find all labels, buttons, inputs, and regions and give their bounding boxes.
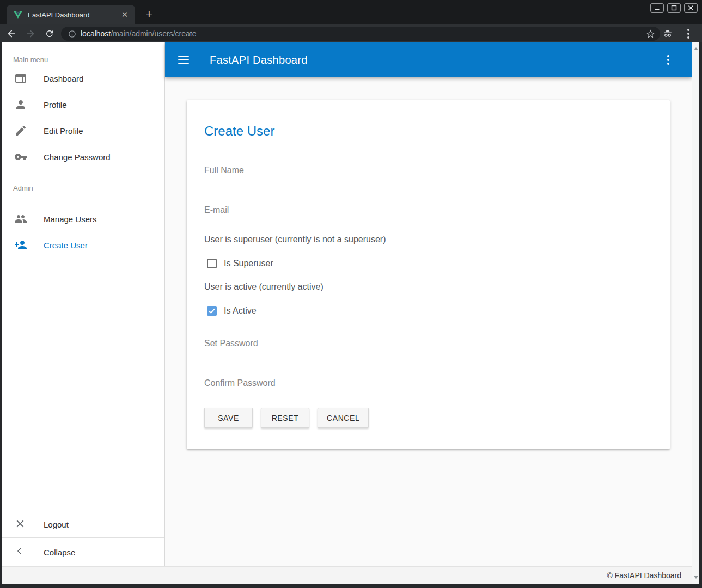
cancel-button[interactable]: CANCEL xyxy=(318,408,369,428)
confirm-password-input[interactable] xyxy=(204,378,652,394)
set-password-input[interactable] xyxy=(204,339,652,354)
main-content: Create User User is superuser (currently… xyxy=(165,77,692,566)
app-menu-icon[interactable] xyxy=(661,53,675,67)
sidebar-item-edit-profile[interactable]: Edit Profile xyxy=(2,118,164,144)
email-input[interactable] xyxy=(204,205,652,221)
is-active-checkbox-row[interactable]: Is Active xyxy=(204,306,652,316)
incognito-icon xyxy=(662,28,674,39)
main-menu-section-label: Main menu xyxy=(2,42,164,65)
url-text: localhost/main/admin/users/create xyxy=(81,29,645,38)
sidebar-item-collapse[interactable]: Collapse xyxy=(2,538,164,566)
set-password-field-wrap xyxy=(204,339,652,354)
url-path: /main/admin/users/create xyxy=(111,29,196,38)
maximize-button[interactable] xyxy=(667,3,681,13)
is-active-checkbox[interactable] xyxy=(207,306,217,316)
is-active-label: Is Active xyxy=(224,306,257,316)
vue-favicon xyxy=(14,11,22,19)
hamburger-menu-icon[interactable] xyxy=(178,53,192,67)
tab-title: FastAPI Dashboard xyxy=(28,11,120,19)
email-field-wrap xyxy=(204,205,652,221)
reload-button[interactable] xyxy=(42,26,57,41)
sidebar-item-label: Collapse xyxy=(44,548,75,557)
form-actions: SAVE RESET CANCEL xyxy=(204,408,652,428)
page-scrollbar[interactable] xyxy=(692,42,699,584)
pencil-icon xyxy=(14,124,27,137)
sidebar-item-dashboard[interactable]: Dashboard xyxy=(2,65,164,91)
full-name-input[interactable] xyxy=(204,166,652,181)
chevron-left-icon xyxy=(14,546,27,559)
app-title: FastAPI Dashboard xyxy=(210,54,661,66)
minimize-button[interactable] xyxy=(650,3,664,13)
is-superuser-checkbox-row[interactable]: Is Superuser xyxy=(204,259,652,268)
scrollbar-up-arrow-icon[interactable] xyxy=(694,47,698,50)
sidebar-item-label: Profile xyxy=(44,100,67,109)
bookmark-star-icon[interactable] xyxy=(645,29,656,39)
confirm-password-field-wrap xyxy=(204,378,652,394)
forward-button[interactable] xyxy=(23,26,38,41)
sidebar-item-label: Dashboard xyxy=(44,74,83,83)
url-bar[interactable]: localhost/main/admin/users/create xyxy=(61,27,660,41)
key-icon xyxy=(14,150,27,163)
sidebar-item-profile[interactable]: Profile xyxy=(2,91,164,118)
superuser-hint: User is superuser (currently is not a su… xyxy=(204,235,652,244)
sidebar-item-label: Manage Users xyxy=(44,215,97,224)
sidebar: Main menu Dashboard Profile Edit Profile… xyxy=(2,42,165,566)
browser-menu-icon[interactable] xyxy=(681,27,695,41)
checkmark-icon xyxy=(207,307,216,315)
page-title: Create User xyxy=(204,122,652,140)
save-button[interactable]: SAVE xyxy=(204,408,253,428)
browser-titlebar: FastAPI Dashboard ✕ + xyxy=(0,0,702,24)
create-user-card: Create User User is superuser (currently… xyxy=(187,100,670,449)
close-x-icon xyxy=(14,518,27,531)
reset-button[interactable]: RESET xyxy=(261,408,309,428)
sidebar-item-label: Logout xyxy=(44,520,69,529)
window-controls xyxy=(650,3,698,13)
url-host: localhost xyxy=(81,29,111,38)
close-window-button[interactable] xyxy=(684,3,698,13)
browser-window: FastAPI Dashboard ✕ + xyxy=(0,0,702,588)
is-superuser-label: Is Superuser xyxy=(224,259,273,268)
sidebar-item-manage-users[interactable]: Manage Users xyxy=(2,206,164,232)
scrollbar-down-arrow-icon[interactable] xyxy=(694,576,698,579)
sidebar-item-label: Create User xyxy=(44,241,88,250)
people-icon xyxy=(14,212,27,225)
person-icon xyxy=(14,98,27,111)
new-tab-button[interactable]: + xyxy=(142,7,157,22)
person-add-icon xyxy=(14,238,27,252)
full-name-field-wrap xyxy=(204,166,652,181)
site-info-icon[interactable] xyxy=(68,30,76,38)
app-footer: © FastAPI Dashboard xyxy=(2,566,699,584)
app-bar: FastAPI Dashboard xyxy=(165,42,692,77)
active-hint: User is active (currently active) xyxy=(204,282,652,292)
tab-close-icon[interactable]: ✕ xyxy=(120,10,130,20)
admin-section-label: Admin xyxy=(2,175,164,198)
sidebar-item-create-user[interactable]: Create User xyxy=(2,232,164,258)
is-superuser-checkbox[interactable] xyxy=(207,259,217,268)
sidebar-item-logout[interactable]: Logout xyxy=(2,511,164,537)
toolbar-right xyxy=(662,24,695,42)
browser-tab[interactable]: FastAPI Dashboard ✕ xyxy=(7,5,135,24)
sidebar-item-label: Edit Profile xyxy=(44,126,83,136)
back-button[interactable] xyxy=(4,26,19,41)
dashboard-icon xyxy=(14,72,27,85)
sidebar-item-label: Change Password xyxy=(44,152,111,162)
copyright-text: © FastAPI Dashboard xyxy=(607,571,681,580)
sidebar-item-change-password[interactable]: Change Password xyxy=(2,144,164,170)
